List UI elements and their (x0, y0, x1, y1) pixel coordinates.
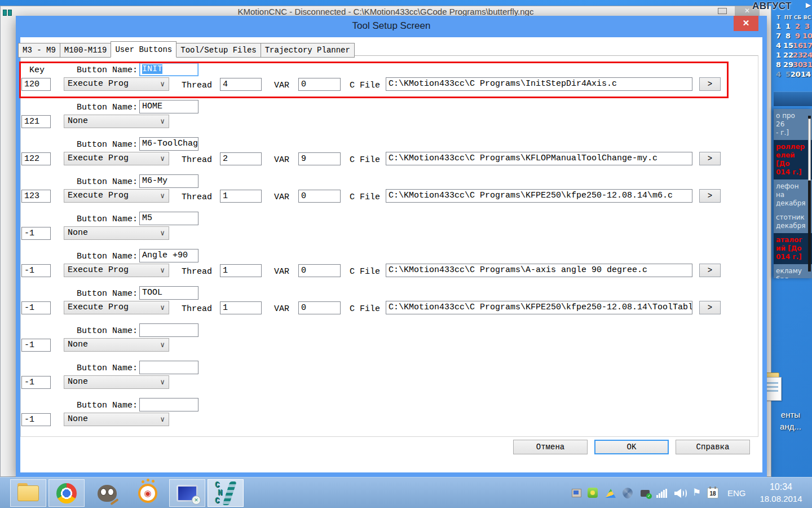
action-dropdown[interactable]: None∨ (64, 375, 169, 389)
c-file-input[interactable]: C:\KMotion433cc\C Programs\KFPE250\kfpe2… (386, 301, 692, 314)
button-name-input[interactable] (139, 361, 198, 374)
calendar-day[interactable]: 3 (802, 22, 812, 30)
button-name-input[interactable] (139, 323, 198, 337)
calendar-day[interactable]: 10 (802, 32, 812, 40)
icq-icon[interactable] (588, 488, 598, 498)
action-dropdown[interactable]: Execute Prog∨ (64, 301, 169, 314)
taskbar-xnview-button[interactable]: ◉ (130, 479, 166, 507)
key-input[interactable]: -1 (21, 413, 51, 426)
feed-item[interactable]: стотникдекабря (774, 211, 812, 233)
button-name-input[interactable]: HOME (139, 100, 198, 113)
key-input[interactable]: -1 (21, 264, 51, 277)
browse-button[interactable]: > (699, 264, 721, 277)
var-input[interactable]: 9 (298, 152, 341, 165)
thread-input[interactable]: 1 (220, 264, 262, 277)
calendar-day[interactable]: 17 (802, 41, 812, 50)
action-center-flag-icon[interactable]: ⚑ (692, 487, 701, 498)
calendar-day[interactable]: 22 (783, 51, 793, 59)
key-input[interactable]: 120 (21, 78, 51, 91)
button-name-input[interactable]: M6-ToolChage (139, 137, 198, 151)
browse-button[interactable]: > (699, 189, 721, 203)
taskbar-gimp-button[interactable] (89, 479, 125, 507)
calendar-day[interactable]: 2 (793, 22, 802, 30)
var-input[interactable]: 0 (298, 301, 341, 314)
tray-calendar-icon[interactable]: 18 (707, 488, 718, 498)
browse-button[interactable]: > (699, 301, 721, 314)
c-file-input[interactable]: C:\KMotion433cc\C Programs\KFPE250\kfpe2… (386, 189, 692, 203)
key-input[interactable]: -1 (21, 339, 51, 352)
taskbar-kmotioncnc-button[interactable]: C N C (208, 479, 244, 507)
browse-button[interactable]: > (699, 77, 721, 91)
cancel-button[interactable]: Отмена (513, 440, 588, 454)
help-button[interactable]: Справка (676, 440, 750, 454)
key-input[interactable]: -1 (21, 376, 51, 389)
calendar-day[interactable]: 4 (774, 70, 783, 78)
device-driver-icon[interactable]: ✓ (641, 490, 650, 497)
f-secure-icon[interactable] (620, 485, 634, 500)
action-dropdown[interactable]: Execute Prog∨ (64, 264, 169, 277)
calendar-day[interactable]: 8 (783, 32, 793, 40)
calendar-day[interactable]: 30 (793, 60, 802, 69)
key-input[interactable]: -1 (21, 301, 51, 314)
close-icon[interactable]: ✕ (734, 16, 758, 31)
calendar-day[interactable]: 4 (774, 41, 783, 50)
maximize-icon[interactable] (718, 8, 727, 14)
calendar-day[interactable]: 31 (802, 60, 812, 69)
language-indicator[interactable]: ENG (727, 488, 746, 498)
google-drive-icon[interactable] (606, 489, 616, 498)
button-name-input[interactable]: M6-My (139, 174, 198, 188)
feed-item[interactable]: лефон надекабря (774, 179, 812, 211)
action-dropdown[interactable]: None∨ (64, 413, 169, 426)
calendar-day[interactable]: 1 (774, 22, 783, 30)
calendar-day[interactable]: 15 (783, 41, 793, 50)
thread-input[interactable]: 1 (220, 190, 262, 203)
feed-item[interactable]: екламубря 2013 (774, 264, 812, 278)
feed-item[interactable]: роллерелей [До014 г.] (774, 140, 812, 179)
key-input[interactable]: -1 (21, 227, 51, 240)
calendar-day[interactable]: 1 (774, 51, 783, 59)
calendar-day[interactable]: 7 (774, 32, 783, 40)
calendar-day[interactable]: 16 (793, 41, 802, 50)
button-name-input[interactable]: INIT (139, 63, 198, 76)
thread-input[interactable]: 2 (220, 152, 262, 165)
key-input[interactable]: 121 (21, 115, 51, 128)
key-input[interactable]: 122 (21, 152, 51, 165)
browse-button[interactable]: > (699, 152, 721, 165)
feed-item[interactable]: о про26- г.] (774, 109, 812, 140)
button-name-input[interactable]: TOOL (139, 286, 198, 300)
var-input[interactable]: 0 (298, 264, 341, 277)
calendar-day[interactable]: 8 (774, 60, 783, 69)
tab-user-buttons[interactable]: User Buttons (111, 41, 176, 58)
feed-item[interactable]: аталогий [До014 г.] (774, 233, 812, 264)
network-signal-icon[interactable] (656, 489, 668, 498)
calendar-day[interactable]: 23 (793, 51, 802, 59)
ok-button[interactable]: OK (594, 440, 669, 454)
action-dropdown[interactable]: Execute Prog∨ (64, 77, 169, 91)
taskbar-remote-desktop-button[interactable] (169, 479, 205, 507)
var-input[interactable]: 0 (298, 190, 341, 203)
feed-scrollbar[interactable] (808, 116, 811, 271)
tab-trajectory-planner[interactable]: Trajectory Planner (261, 43, 355, 58)
action-dropdown[interactable]: Execute Prog∨ (64, 152, 169, 165)
tab-m100-m119[interactable]: M100-M119 (60, 43, 112, 58)
action-dropdown[interactable]: None∨ (64, 226, 169, 240)
c-file-input[interactable]: C:\KMotion433cc\C Programs\KFLOPManualTo… (386, 152, 692, 165)
action-dropdown[interactable]: None∨ (64, 338, 169, 352)
action-dropdown[interactable]: Execute Prog∨ (64, 189, 169, 203)
button-name-input[interactable]: Angle +90 (139, 249, 198, 262)
button-name-input[interactable] (139, 398, 198, 411)
key-input[interactable]: 123 (21, 190, 51, 203)
taskbar-chrome-button[interactable] (48, 479, 85, 507)
action-dropdown[interactable]: None∨ (64, 115, 169, 128)
thread-input[interactable]: 4 (220, 78, 262, 91)
windows-update-icon[interactable] (572, 489, 581, 497)
button-name-input[interactable]: M5 (139, 212, 198, 225)
tray-clock[interactable]: 10:34 18.08.2014 (753, 481, 809, 505)
volume-icon[interactable] (674, 489, 687, 498)
calendar-day[interactable]: 1 (783, 22, 793, 30)
calendar-day[interactable]: 9 (793, 32, 802, 40)
calendar-day[interactable]: 24 (802, 51, 812, 59)
c-file-input[interactable]: C:\KMotion433cc\C Programs\InitStepDir4A… (386, 77, 692, 91)
calendar-day[interactable]: 29 (783, 60, 793, 69)
var-input[interactable]: 0 (298, 78, 341, 91)
